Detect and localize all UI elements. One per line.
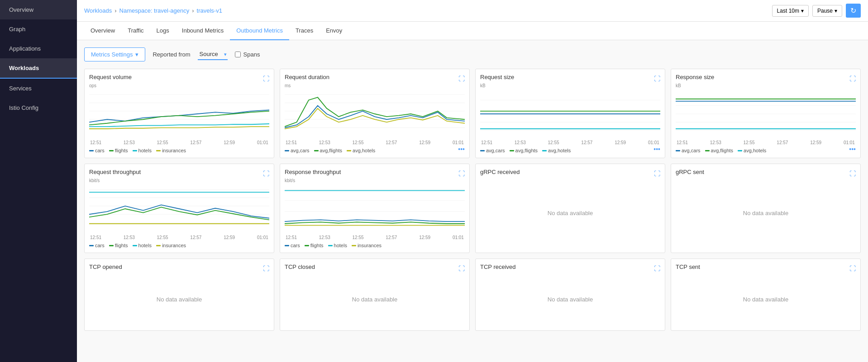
breadcrumb-sep-1: › <box>114 7 116 14</box>
sidebar: Overview Graph Applications Workloads Se… <box>0 0 77 362</box>
spans-label-text: Spans <box>243 51 260 58</box>
chart-area-request-volume <box>89 89 269 139</box>
chart-area-request-size <box>480 89 660 139</box>
tab-envoy[interactable]: Envoy <box>320 22 348 40</box>
chart-tcp-received: TCP received ⛶ No data available <box>475 259 665 331</box>
sidebar-item-overview[interactable]: Overview <box>0 0 77 19</box>
x-labels-response-size: 12:5112:5312:5512:5712:5901:01 <box>676 140 856 145</box>
chart-title-response-size: Response size <box>676 74 714 80</box>
expand-icon-tcp-received[interactable]: ⛶ <box>654 265 660 272</box>
chart-request-throughput: Request throughput ⛶ kbit/s <box>84 164 274 253</box>
more-button-duration[interactable]: ••• <box>458 146 465 153</box>
chart-tcp-sent: TCP sent ⛶ No data available <box>671 259 861 331</box>
chart-title-grpc-sent: gRPC sent <box>676 169 704 175</box>
metrics-settings-label: Metrics Settings <box>91 51 133 58</box>
no-data-grpc-received: No data available <box>480 178 660 248</box>
expand-icon-request-size[interactable]: ⛶ <box>654 75 660 82</box>
legend-response-size: avg,cars avg,flights avg,hotels <box>676 148 766 153</box>
content-area: Metrics Settings ▾ Reported from Source … <box>77 40 868 362</box>
tab-bar: Overview Traffic Logs Inbound Metrics Ou… <box>77 22 868 40</box>
tab-traces[interactable]: Traces <box>289 22 320 40</box>
chart-area-request-throughput <box>89 184 269 234</box>
chart-title-tcp-opened: TCP opened <box>89 263 122 270</box>
x-labels-response-throughput: 12:5112:5312:5512:5712:5901:01 <box>285 235 465 240</box>
tab-traffic[interactable]: Traffic <box>121 22 150 40</box>
tab-outbound-metrics[interactable]: Outbound Metrics <box>230 22 289 40</box>
chart-request-duration: Request duration ⛶ ms <box>280 69 470 158</box>
more-button-req-size[interactable]: ••• <box>653 146 660 153</box>
sidebar-item-applications[interactable]: Applications <box>0 39 77 58</box>
chart-grpc-sent: gRPC sent ⛶ No data available <box>671 164 861 253</box>
no-data-tcp-received: No data available <box>480 273 660 326</box>
expand-icon-response-size[interactable]: ⛶ <box>849 75 856 82</box>
chart-tcp-opened: TCP opened ⛶ No data available <box>84 259 274 331</box>
expand-icon-tcp-opened[interactable]: ⛶ <box>263 265 269 272</box>
legend-response-throughput: cars flights hotels insurances <box>285 243 465 248</box>
no-data-grpc-sent: No data available <box>676 178 856 248</box>
header-controls: Last 10m ▾ Pause ▾ ↻ <box>772 4 861 18</box>
chart-tcp-closed: TCP closed ⛶ No data available <box>280 259 470 331</box>
charts-row-1: Request volume ⛶ ops <box>84 69 861 158</box>
legend-request-throughput: cars flights hotels insurances <box>89 243 269 248</box>
x-labels-request-volume: 12:5112:5312:5512:5712:5901:01 <box>89 140 269 145</box>
legend-request-size: avg,cars avg,flights avg,hotels <box>480 148 571 153</box>
source-select[interactable]: Source <box>198 49 228 60</box>
pause-button[interactable]: Pause ▾ <box>812 5 842 17</box>
expand-icon-response-throughput[interactable]: ⛶ <box>458 170 465 177</box>
toolbar-row: Metrics Settings ▾ Reported from Source … <box>84 47 861 61</box>
chevron-down-icon-metrics: ▾ <box>135 51 138 58</box>
expand-icon-tcp-closed[interactable]: ⛶ <box>458 265 465 272</box>
y-label-request-throughput: kbit/s <box>89 178 269 183</box>
legend-request-volume: cars flights hotels insurances <box>89 148 269 153</box>
y-label-response-size: kB <box>676 83 856 88</box>
y-label-request-size: kB <box>480 83 660 88</box>
expand-icon-tcp-sent[interactable]: ⛶ <box>849 265 856 272</box>
spans-checkbox[interactable] <box>235 52 241 57</box>
no-data-tcp-opened: No data available <box>89 273 269 326</box>
expand-icon-grpc-sent[interactable]: ⛶ <box>849 170 856 177</box>
chart-request-volume: Request volume ⛶ ops <box>84 69 274 158</box>
breadcrumb-workloads[interactable]: Workloads <box>84 7 112 14</box>
chart-response-size: Response size ⛶ kB <box>671 69 861 158</box>
chart-area-request-duration <box>285 89 465 139</box>
refresh-button[interactable]: ↻ <box>846 4 861 18</box>
legend-request-duration: avg,cars avg,flights avg,hotels <box>285 148 375 153</box>
sidebar-item-services[interactable]: Services <box>0 79 77 98</box>
chart-request-size: Request size ⛶ kB <box>475 69 665 158</box>
time-range-button[interactable]: Last 10m ▾ <box>772 5 809 17</box>
tab-logs[interactable]: Logs <box>150 22 176 40</box>
sidebar-item-workloads[interactable]: Workloads <box>0 58 77 79</box>
expand-icon-grpc-received[interactable]: ⛶ <box>654 170 660 177</box>
y-label-request-duration: ms <box>285 83 465 88</box>
chart-title-tcp-closed: TCP closed <box>285 263 315 270</box>
chart-title-grpc-received: gRPC received <box>480 169 520 175</box>
charts-row-3: TCP opened ⛶ No data available TCP close… <box>84 259 861 331</box>
tab-overview[interactable]: Overview <box>84 22 121 40</box>
breadcrumb-current[interactable]: travels-v1 <box>197 7 222 14</box>
source-wrapper: Source <box>198 49 228 60</box>
chart-title-request-size: Request size <box>480 74 514 80</box>
x-labels-request-size: 12:5112:5312:5512:5712:5901:01 <box>480 140 660 145</box>
sidebar-item-istio-config[interactable]: Istio Config <box>0 98 77 118</box>
breadcrumb-sep-2: › <box>192 7 194 14</box>
expand-icon-request-volume[interactable]: ⛶ <box>263 75 269 82</box>
reported-from-label: Reported from <box>153 51 190 58</box>
chart-title-response-throughput: Response throughput <box>285 169 341 175</box>
more-button-resp-size[interactable]: ••• <box>849 146 856 153</box>
breadcrumb-namespace[interactable]: Namespace: travel-agency <box>119 7 190 14</box>
chart-title-request-duration: Request duration <box>285 74 329 80</box>
tab-inbound-metrics[interactable]: Inbound Metrics <box>176 22 230 40</box>
sidebar-item-graph[interactable]: Graph <box>0 19 77 39</box>
expand-icon-request-throughput[interactable]: ⛶ <box>263 170 269 177</box>
y-label-request-volume: ops <box>89 83 269 88</box>
chart-grpc-received: gRPC received ⛶ No data available <box>475 164 665 253</box>
x-labels-request-duration: 12:5112:5312:5512:5712:5901:01 <box>285 140 465 145</box>
metrics-settings-button[interactable]: Metrics Settings ▾ <box>84 47 145 61</box>
chart-title-tcp-received: TCP received <box>480 263 516 270</box>
breadcrumb: Workloads › Namespace: travel-agency › t… <box>84 7 222 14</box>
x-labels-request-throughput: 12:5112:5312:5512:5712:5901:01 <box>89 235 269 240</box>
spans-checkbox-label[interactable]: Spans <box>235 51 260 58</box>
expand-icon-request-duration[interactable]: ⛶ <box>458 75 465 82</box>
chart-title-request-throughput: Request throughput <box>89 169 141 175</box>
charts-row-2: Request throughput ⛶ kbit/s <box>84 164 861 253</box>
